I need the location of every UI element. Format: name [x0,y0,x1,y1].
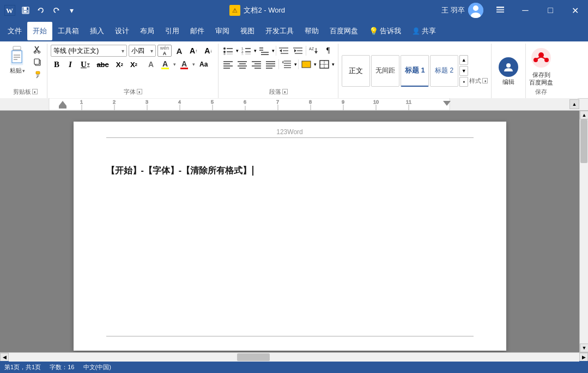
menu-review[interactable]: 审阅 [210,22,235,40]
style-scroll-more[interactable]: ⬧ [459,77,468,87]
status-bar: 第1页，共1页 字数：16 中文(中国) [0,361,588,373]
scroll-track[interactable] [580,119,588,344]
save-quick-btn[interactable] [20,4,32,16]
align-right-btn[interactable] [250,58,263,70]
scroll-down-btn[interactable]: ▼ [580,344,588,352]
font-size-dropdown-icon: ▾ [150,48,153,54]
user-avatar[interactable] [468,3,483,18]
font-expand-icon[interactable]: ⬧ [137,89,142,94]
paste-icon [8,45,27,67]
unordered-list-btn[interactable] [222,45,235,57]
decrease-indent-btn[interactable] [277,45,290,57]
font-color-dropdown-icon[interactable]: ▾ [192,62,195,67]
cut-button[interactable] [31,44,45,56]
svg-rect-17 [12,51,22,63]
edit-button[interactable]: 编辑 [495,55,522,88]
font-wen-btn[interactable]: wén A [157,45,172,57]
menu-share[interactable]: 👤共享 [407,22,441,40]
paragraph-expand-icon[interactable]: ⬧ [282,89,288,94]
style-normal[interactable]: 正文 [342,55,370,87]
line-spacing-dropdown-icon[interactable]: ▾ [294,62,297,67]
menu-baidu[interactable]: 百度网盘 [324,22,363,40]
clear-format-font-btn[interactable]: A [173,45,185,57]
menu-tools[interactable]: 工具箱 [52,22,84,40]
menu-developer[interactable]: 开发工具 [260,22,299,40]
justify-btn[interactable] [264,58,277,70]
menu-layout[interactable]: 布局 [135,22,160,40]
menu-mailings[interactable]: 邮件 [185,22,210,40]
line-spacing-btn[interactable] [280,58,293,70]
menu-file[interactable]: 文件 [2,22,27,40]
close-btn[interactable]: ✕ [563,0,588,21]
multilevel-dropdown-icon[interactable]: ▾ [272,48,275,53]
text-effect-button[interactable]: A [145,58,157,70]
shrink-font-btn[interactable]: A↓ [202,45,215,57]
sort-btn[interactable]: AZ [307,45,320,57]
copy-button[interactable] [31,56,45,68]
strikethrough-button[interactable]: abc [94,58,111,70]
menu-design[interactable]: 设计 [110,22,135,40]
paste-dropdown-icon[interactable]: ▾ [22,68,25,74]
multilevel-list-btn[interactable] [258,45,271,57]
underline-button[interactable]: U ▾ [78,58,92,70]
style-scroll-down[interactable]: ▼ [459,66,468,76]
borders-dropdown-icon[interactable]: ▾ [332,62,335,67]
hscroll-thumb[interactable] [237,353,270,361]
hscroll-track[interactable] [9,353,579,362]
style-scroll-up[interactable]: ▲ [459,55,468,65]
show-marks-btn[interactable]: ¶ [322,45,335,57]
subscript-button[interactable]: X2 [113,58,126,70]
font-family-selector[interactable]: 等线 (中文正文) ▾ [51,45,127,57]
hscroll-left-btn[interactable]: ◀ [0,353,9,362]
superscript-button[interactable]: X2 [128,58,140,70]
maximize-btn[interactable]: □ [538,0,563,21]
menu-insert[interactable]: 插入 [84,22,110,40]
style-heading2[interactable]: 标题 2 [430,55,458,87]
document-scroll[interactable]: 123Word 【开始】-【字体】-【清除所有格式】 [0,111,579,352]
hscroll-right-btn[interactable]: ▶ [579,353,588,362]
baidu-save-icon-area[interactable] [529,46,553,70]
align-left-btn[interactable] [222,58,235,70]
unordered-list-dropdown-icon[interactable]: ▾ [236,48,239,53]
document-main-text[interactable]: 【开始】-【字体】-【清除所有格式】 [106,165,474,177]
menu-home[interactable]: 开始 [27,22,52,40]
style-expand-icon[interactable]: ⬧ [482,78,488,83]
style-no-spacing[interactable]: 无间距 [371,55,399,87]
svg-point-84 [506,63,511,68]
menu-view[interactable]: 视图 [235,22,260,40]
undo-quick-btn[interactable] [35,4,47,16]
grow-font-btn[interactable]: A↑ [187,45,200,57]
ordered-list-btn[interactable]: 1. 2. 3. [240,45,253,57]
highlight-button[interactable]: A [159,58,172,70]
menu-help[interactable]: 帮助 [299,22,324,40]
font-color-button[interactable]: A [178,58,191,70]
underline-dropdown-icon[interactable]: ▾ [87,62,90,67]
highlight-dropdown-icon[interactable]: ▾ [173,62,176,67]
increase-indent-btn[interactable] [292,45,305,57]
style-heading1[interactable]: 标题 1 [401,55,429,87]
menu-references[interactable]: 引用 [160,22,185,40]
shading-btn[interactable] [300,58,313,70]
font-size-selector[interactable]: 小四 ▾ [129,45,156,57]
borders-btn[interactable] [318,58,331,70]
document-header: 123Word [106,127,474,138]
format-painter-button[interactable] [31,69,45,81]
shading-dropdown-icon[interactable]: ▾ [314,62,317,67]
redo-quick-btn[interactable] [50,4,62,16]
menu-tell-me[interactable]: 💡告诉我 [363,22,407,40]
customize-quick-access-btn[interactable]: ▾ [65,4,77,16]
svg-text:6: 6 [244,99,246,105]
ruler-toggle-btn[interactable]: ▲ [569,99,579,109]
scroll-thumb[interactable] [580,119,587,163]
paste-button[interactable]: 粘贴 ▾ [5,44,29,87]
align-center-btn[interactable] [236,58,249,70]
ordered-list-dropdown-icon[interactable]: ▾ [254,48,257,53]
case-button[interactable]: Aa [197,58,210,70]
clipboard-expand-icon[interactable]: ⬧ [32,89,38,94]
italic-button[interactable]: I [64,58,76,70]
scroll-up-btn[interactable]: ▲ [580,111,588,119]
minimize-btn[interactable]: ─ [513,0,538,21]
bold-button[interactable]: B [51,58,63,70]
ribbon-toggle-btn[interactable] [488,0,513,21]
style-scroll-btns: ▲ ▼ ⬧ [459,55,468,87]
